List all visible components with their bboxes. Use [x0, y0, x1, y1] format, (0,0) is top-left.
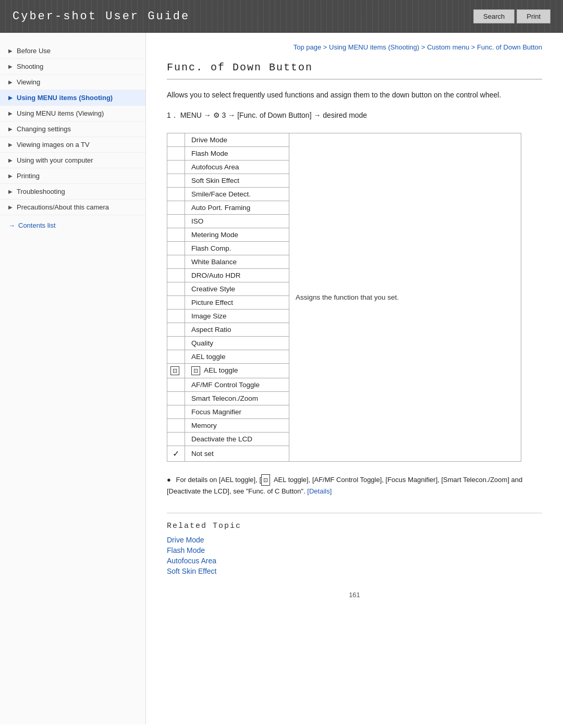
sidebar: ▶ Before Use▶ Shooting▶ Viewing▶ Using M… [0, 33, 146, 724]
arrow-right-icon: → [8, 221, 15, 229]
table-icon-cell [167, 378, 185, 391]
related-section: Related Topic Drive ModeFlash ModeAutofo… [167, 513, 542, 575]
breadcrumb-top[interactable]: Top page [293, 43, 322, 51]
details-link[interactable]: [Details] [307, 487, 332, 495]
table-label-cell: Aspect Ratio [185, 323, 289, 336]
sidebar-item-6[interactable]: ▶ Viewing images on a TV [0, 137, 145, 153]
sidebar-item-8[interactable]: ▶ Printing [0, 168, 145, 184]
breadcrumb-using-menu[interactable]: Using MENU items (Shooting) [329, 43, 419, 51]
main-content: Top page > Using MENU items (Shooting) >… [146, 33, 563, 724]
sidebar-item-label: Using MENU items (Shooting) [17, 94, 113, 102]
table-label-cell: White Balance [185, 255, 289, 268]
sidebar-item-label: Viewing images on a TV [17, 141, 90, 149]
sidebar-item-1[interactable]: ▶ Shooting [0, 59, 145, 75]
step-text: MENU → ⚙ 3 → [Func. of Down Button] → de… [180, 111, 367, 119]
breadcrumb: Top page > Using MENU items (Shooting) >… [167, 43, 542, 51]
table-icon-cell: ✓ [167, 446, 185, 461]
ael-icon: ⊡ [261, 474, 270, 486]
table-label-cell: ⊡ AEL toggle [185, 363, 289, 378]
table-icon-cell [167, 309, 185, 323]
table-icon-cell [167, 228, 185, 241]
sidebar-item-7[interactable]: ▶ Using with your computer [0, 153, 145, 168]
sidebar-item-label: Using MENU items (Viewing) [17, 109, 104, 117]
related-link-2[interactable]: Autofocus Area [167, 557, 542, 565]
table-icon-cell [167, 432, 185, 446]
table-icon-cell [167, 350, 185, 363]
related-links: Drive ModeFlash ModeAutofocus AreaSoft S… [167, 536, 542, 575]
table-icon-cell [167, 323, 185, 336]
print-button[interactable]: Print [517, 9, 550, 23]
step-number: 1． [167, 111, 178, 119]
table-icon-cell [167, 187, 185, 201]
table-icon-cell [167, 405, 185, 418]
table-description-cell: Assigns the function that you set. [289, 133, 521, 461]
sidebar-item-3[interactable]: ▶ Using MENU items (Shooting) [0, 90, 145, 106]
table-icon-cell: ⊡ [167, 363, 185, 378]
sidebar-arrow-icon: ▶ [8, 64, 13, 69]
sidebar-item-2[interactable]: ▶ Viewing [0, 75, 145, 90]
sidebar-arrow-icon: ▶ [8, 189, 13, 194]
table-label-cell: Drive Mode [185, 133, 289, 146]
table-label-cell: Metering Mode [185, 228, 289, 241]
related-link-1[interactable]: Flash Mode [167, 546, 542, 554]
table-label-cell: AEL toggle [185, 350, 289, 363]
table-label-cell: Creative Style [185, 282, 289, 295]
table-label-cell: Deactivate the LCD [185, 432, 289, 446]
sidebar-item-label: Troubleshooting [17, 188, 65, 195]
table-icon-cell [167, 295, 185, 309]
related-link-0[interactable]: Drive Mode [167, 536, 542, 544]
related-link-3[interactable]: Soft Skin Effect [167, 567, 542, 575]
sidebar-item-4[interactable]: ▶ Using MENU items (Viewing) [0, 106, 145, 121]
sidebar-arrow-icon: ▶ [8, 204, 13, 210]
table-icon-cell [167, 146, 185, 160]
table-icon-cell [167, 174, 185, 187]
table-icon-cell [167, 241, 185, 255]
breadcrumb-custom-menu[interactable]: Custom menu [427, 43, 469, 51]
sidebar-item-label: Viewing [17, 78, 40, 86]
layout: ▶ Before Use▶ Shooting▶ Viewing▶ Using M… [0, 33, 563, 724]
sidebar-item-9[interactable]: ▶ Troubleshooting [0, 184, 145, 200]
sidebar-arrow-icon: ▶ [8, 126, 13, 132]
sidebar-arrow-icon: ▶ [8, 142, 13, 147]
search-button[interactable]: Search [473, 9, 515, 23]
table-label-cell: Smile/Face Detect. [185, 187, 289, 201]
contents-list-link[interactable]: → Contents list [0, 215, 145, 236]
table-row: Drive ModeAssigns the function that you … [167, 133, 521, 146]
table-label-cell: Picture Effect [185, 295, 289, 309]
table-icon-cell [167, 255, 185, 268]
sidebar-arrow-icon: ▶ [8, 95, 13, 101]
table-label-cell: DRO/Auto HDR [185, 268, 289, 282]
header-buttons: Search Print [473, 9, 550, 23]
sidebar-item-5[interactable]: ▶ Changing settings [0, 121, 145, 137]
table-label-cell: Flash Mode [185, 146, 289, 160]
table-icon-cell [167, 133, 185, 146]
table-label-cell: Memory [185, 418, 289, 432]
sidebar-arrow-icon: ▶ [8, 110, 13, 116]
sidebar-item-label: Precautions/About this camera [17, 203, 109, 211]
sidebar-item-0[interactable]: ▶ Before Use [0, 43, 145, 59]
table-icon-cell [167, 214, 185, 228]
sidebar-item-10[interactable]: ▶ Precautions/About this camera [0, 200, 145, 215]
ael-inline-icon: ⊡ [191, 366, 200, 375]
table-label-cell: AF/MF Control Toggle [185, 378, 289, 391]
table-icon-cell [167, 391, 185, 405]
table-label-cell: Flash Comp. [185, 241, 289, 255]
table-icon-cell [167, 418, 185, 432]
sidebar-item-label: Printing [17, 172, 40, 180]
sidebar-item-label: Using with your computer [17, 156, 93, 164]
table-label-cell: Auto Port. Framing [185, 201, 289, 214]
sidebar-item-label: Before Use [17, 47, 51, 55]
table-label-cell: Focus Magnifier [185, 405, 289, 418]
table-label-cell: Image Size [185, 309, 289, 323]
step: 1． MENU → ⚙ 3 → [Func. of Down Button] →… [167, 109, 542, 122]
table-label-cell: ISO [185, 214, 289, 228]
sidebar-arrow-icon: ▶ [8, 157, 13, 163]
note: ● For details on [AEL toggle], [⊡ AEL to… [167, 474, 532, 498]
table-label-cell: Quality [185, 336, 289, 350]
note-text: For details on [AEL toggle], [⊡ AEL togg… [167, 476, 522, 496]
checkmark-icon: ✓ [173, 449, 179, 458]
ael-box-icon: ⊡ [170, 366, 179, 375]
table-label-cell: Soft Skin Effect [185, 174, 289, 187]
table-label-cell: Smart Telecon./Zoom [185, 391, 289, 405]
bullet-icon: ● [167, 476, 171, 484]
